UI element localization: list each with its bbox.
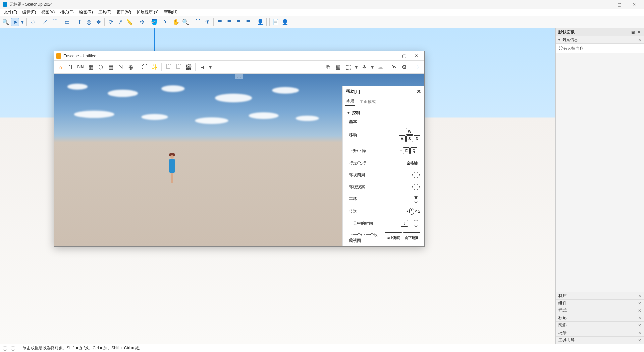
- tray-section-components[interactable]: 组件✕: [556, 300, 644, 307]
- user-icon[interactable]: 👤: [281, 18, 289, 26]
- xray-icon[interactable]: ⧉: [324, 63, 332, 72]
- vr-icon[interactable]: ⛶: [140, 63, 149, 72]
- status-user-icon[interactable]: [11, 346, 15, 351]
- section-close-icon[interactable]: ✕: [638, 301, 641, 306]
- person-icon[interactable]: 👤: [256, 18, 264, 26]
- section-close-icon[interactable]: ✕: [638, 308, 641, 313]
- window-minimize-button[interactable]: —: [597, 2, 612, 7]
- search-icon[interactable]: 🔍: [2, 18, 10, 26]
- menu-extensions[interactable]: 扩展程序 (x): [134, 9, 161, 15]
- window-maximize-button[interactable]: ▢: [612, 2, 627, 7]
- section-close-icon[interactable]: ✕: [638, 316, 641, 320]
- tray-section-styles[interactable]: 样式✕: [556, 307, 644, 314]
- eraser-icon[interactable]: ◇: [29, 18, 37, 26]
- tray-section-shadows[interactable]: 阴影✕: [556, 322, 644, 329]
- paint-icon[interactable]: 🪣: [150, 18, 158, 26]
- menu-view[interactable]: 视图(V): [39, 9, 57, 15]
- box-dropdown-icon[interactable]: ▾: [354, 63, 359, 72]
- enscape-maximize-button[interactable]: ▢: [398, 53, 410, 58]
- line-icon[interactable]: ／: [41, 18, 49, 26]
- leaf-dropdown-icon[interactable]: ▾: [370, 63, 375, 72]
- save-dropdown-icon[interactable]: ▾: [208, 63, 213, 72]
- status-info-icon[interactable]: [3, 346, 7, 351]
- export-icon[interactable]: ⇲: [116, 63, 125, 72]
- help-icon[interactable]: ?: [414, 63, 422, 72]
- section-close-icon[interactable]: ✕: [638, 323, 641, 328]
- image2-icon[interactable]: 🖼: [174, 63, 183, 72]
- image-icon[interactable]: 🖼: [164, 63, 173, 72]
- shield-icon[interactable]: ⬡: [96, 63, 105, 72]
- pushpull-icon[interactable]: ⬍: [75, 18, 84, 26]
- enscape-minimize-button[interactable]: —: [386, 53, 398, 58]
- home-icon[interactable]: ⌂: [56, 63, 65, 72]
- clapper-icon[interactable]: 🎬: [184, 63, 193, 72]
- chevron-down-icon: ▾: [558, 38, 560, 42]
- tape-icon[interactable]: 📏: [125, 18, 133, 26]
- zoom-icon[interactable]: 🔍: [181, 18, 190, 26]
- grid-icon[interactable]: ▤: [106, 63, 115, 72]
- gear-icon[interactable]: ⚙: [400, 63, 409, 72]
- arc-icon[interactable]: ⌒: [51, 18, 59, 26]
- leaf-icon[interactable]: ☘: [360, 63, 369, 72]
- notes-icon[interactable]: 🗒: [66, 63, 75, 72]
- save-icon[interactable]: 🗎: [198, 63, 207, 72]
- cloud-icon[interactable]: ☁: [376, 63, 385, 72]
- enscape-close-button[interactable]: ✕: [410, 53, 422, 58]
- box-icon[interactable]: ⬚: [344, 63, 353, 72]
- reel-icon[interactable]: ◉: [126, 63, 135, 72]
- help-body[interactable]: ▼控制 基本 移动 W A S D: [343, 106, 424, 246]
- move-icon[interactable]: ✥: [94, 18, 102, 26]
- layers3-icon[interactable]: ≣: [234, 18, 243, 26]
- help-panel: 帮助[H] ✕ 常规 主页模式 ▼控制 基本 移动 W A: [342, 86, 424, 246]
- tray-section-instructor[interactable]: 工具向导✕: [556, 337, 644, 344]
- layers2-icon[interactable]: ≣: [225, 18, 233, 26]
- sparkle-icon: ✦: [406, 210, 409, 213]
- tray-section-tags[interactable]: 标记✕: [556, 314, 644, 322]
- menu-camera[interactable]: 相机(C): [57, 9, 76, 15]
- pan-icon[interactable]: ✋: [172, 18, 180, 26]
- tray-close-icon[interactable]: ✕: [637, 30, 641, 35]
- tray-section-entityinfo[interactable]: ▾ 图元信息 ✕: [556, 36, 644, 44]
- help-group-control[interactable]: ▼控制: [343, 108, 424, 117]
- window-close-button[interactable]: ✕: [627, 2, 641, 7]
- menu-draw[interactable]: 绘图(R): [76, 9, 96, 15]
- help-close-icon[interactable]: ✕: [417, 88, 421, 95]
- select-dropdown-icon[interactable]: ▾: [20, 18, 24, 26]
- help-tab-general[interactable]: 常规: [345, 97, 355, 106]
- layer-icon[interactable]: ▧: [334, 63, 342, 72]
- section-close-icon[interactable]: ✕: [638, 338, 641, 343]
- eye-icon[interactable]: 👁: [390, 63, 398, 72]
- magic-icon[interactable]: ✨: [150, 63, 159, 72]
- offset-icon[interactable]: ◎: [85, 18, 93, 26]
- section-close-icon[interactable]: ✕: [638, 294, 641, 298]
- menu-window[interactable]: 窗口(W): [114, 9, 134, 15]
- zoomextents-icon[interactable]: ⛶: [194, 18, 202, 26]
- help-tab-homepage[interactable]: 主页模式: [359, 98, 376, 106]
- view-icon[interactable]: ▦: [86, 63, 95, 72]
- scale-icon[interactable]: ⤢: [116, 18, 124, 26]
- menu-edit[interactable]: 编辑(E): [20, 9, 39, 15]
- collapse-toolbar-icon[interactable]: ︿: [235, 74, 243, 79]
- select-icon[interactable]: ➤: [11, 18, 19, 26]
- sun-icon[interactable]: ☀: [203, 18, 211, 26]
- toolbar-separator: [192, 18, 192, 26]
- orbit-icon[interactable]: ⭯: [160, 18, 168, 26]
- section-close-icon[interactable]: ✕: [638, 331, 641, 335]
- rectangle-icon[interactable]: ▭: [63, 18, 71, 26]
- help-row-prevnext: 上一个/下一个收藏视图 向上翻页 向下翻页: [343, 229, 424, 246]
- section-close-icon[interactable]: ✕: [638, 38, 641, 42]
- menu-file[interactable]: 文件(F): [1, 9, 20, 15]
- menu-tools[interactable]: 工具(T): [96, 9, 114, 15]
- page-icon[interactable]: 📄: [272, 18, 280, 26]
- layers4-icon[interactable]: ≣: [244, 18, 252, 26]
- enscape-viewport[interactable]: ︿ 帮助[H] ✕ 常规 主页模式 ▼控制: [54, 74, 424, 246]
- protractor-icon[interactable]: ✢: [138, 18, 146, 26]
- menu-help[interactable]: 帮助(H): [161, 9, 180, 15]
- bim-icon[interactable]: BIM: [76, 63, 85, 72]
- tray-section-materials[interactable]: 材质✕: [556, 292, 644, 300]
- tray-section-scenes[interactable]: 场景✕: [556, 329, 644, 337]
- tray-pin-icon[interactable]: ▣: [631, 30, 635, 35]
- rotate-icon[interactable]: ⟳: [107, 18, 115, 26]
- layers-icon[interactable]: ≣: [216, 18, 224, 26]
- enscape-titlebar[interactable]: Enscape - Untitled — ▢ ✕: [54, 51, 424, 61]
